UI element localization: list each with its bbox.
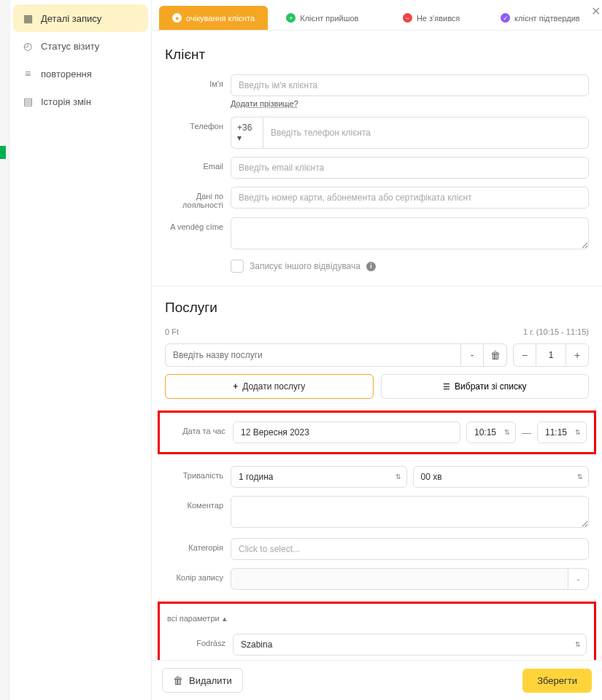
service-name-input[interactable]: [165, 343, 460, 367]
sidebar-item-repeat[interactable]: ≡ повторення: [13, 60, 148, 88]
trash-icon: 🗑: [490, 349, 501, 361]
sidebar-item-label: Історія змін: [41, 96, 91, 107]
select-list-label: Вибрати зі списку: [455, 381, 526, 392]
tab-label: Клієнт прийшов: [300, 14, 358, 23]
trash-icon: 🗑: [173, 674, 183, 686]
tab-waiting[interactable]: ● очікування клієнта: [159, 6, 268, 30]
tab-label: Не з'явився: [417, 14, 460, 23]
sidebar-item-history[interactable]: ▤ Історія змін: [13, 88, 148, 115]
address-input[interactable]: [231, 217, 589, 249]
clock-icon: ◴: [22, 40, 34, 52]
duration-hours-select[interactable]: 1 година: [231, 466, 407, 488]
tab-label: клієнт підтвердив: [514, 14, 580, 23]
close-icon[interactable]: ✕: [591, 4, 601, 18]
divider: [152, 286, 602, 287]
add-service-button[interactable]: + Додати послугу: [165, 374, 374, 399]
tab-confirmed[interactable]: ✓ клієнт підтвердив: [486, 6, 595, 30]
loyalty-label: Дані по лояльності: [165, 187, 231, 209]
tab-label: очікування клієнта: [186, 14, 255, 23]
sidebar-item-label: повторення: [41, 69, 92, 79]
phone-input[interactable]: [263, 117, 589, 149]
sidebar-item-label: Статус візиту: [41, 41, 99, 52]
check-circle-icon: ✓: [501, 13, 510, 23]
status-tabs: ● очікування клієнта + Клієнт прийшов − …: [152, 0, 602, 31]
time-from-input[interactable]: [466, 421, 516, 443]
list-icon: ☰: [443, 382, 450, 392]
duration-minutes-select[interactable]: 00 хв: [413, 466, 590, 488]
loyalty-input[interactable]: [231, 187, 589, 209]
minus-circle-icon: −: [403, 13, 412, 23]
qty-plus-button[interactable]: +: [566, 343, 589, 367]
delete-label: Видалити: [189, 675, 232, 686]
time-to-input[interactable]: [537, 421, 587, 443]
category-label: Категорія: [165, 538, 231, 552]
calendar-event-edge: [0, 146, 6, 159]
plus-icon: +: [233, 381, 238, 392]
color-clear-button[interactable]: -: [568, 568, 589, 590]
staff-label: Fodrász: [167, 634, 233, 648]
main-panel: ● очікування клієнта + Клієнт прийшов − …: [152, 0, 602, 700]
time-dash: —: [522, 427, 531, 438]
color-label: Колір запису: [165, 568, 231, 582]
color-swatch[interactable]: [231, 568, 568, 590]
service-delete-button[interactable]: 🗑: [484, 343, 507, 367]
guest-checkbox[interactable]: [231, 260, 244, 273]
name-input[interactable]: [231, 74, 589, 96]
repeat-icon: ≡: [22, 68, 34, 79]
modal-footer: 🗑 Видалити Зберегти: [152, 660, 602, 700]
services-section-title: Послуги: [165, 300, 589, 316]
email-input[interactable]: [231, 157, 589, 179]
phone-prefix-select[interactable]: +36 ▾: [231, 117, 263, 149]
form-scroll[interactable]: Клієнт Ім'я Додати прізвище? Телефон +36…: [152, 31, 602, 660]
chevron-up-icon: ▴: [223, 614, 227, 623]
service-dash-button[interactable]: -: [460, 343, 484, 367]
tab-noshow[interactable]: − Не з'явився: [377, 6, 486, 30]
comment-label: Коментар: [165, 496, 231, 510]
select-from-list-button[interactable]: ☰ Вибрати зі списку: [381, 374, 590, 399]
category-select[interactable]: [231, 538, 589, 560]
name-label: Ім'я: [165, 74, 231, 88]
price-text: 0 Ft: [165, 327, 179, 336]
email-label: Email: [165, 157, 231, 171]
datetime-label: Дата та час: [167, 421, 233, 435]
sidebar: ▦ Деталі запису ◴ Статус візиту ≡ повтор…: [10, 0, 152, 700]
delete-button[interactable]: 🗑 Видалити: [162, 668, 243, 693]
sidebar-item-details[interactable]: ▦ Деталі запису: [13, 4, 148, 32]
sidebar-item-label: Деталі запису: [41, 13, 101, 24]
duration-text: 1 г. (10:15 - 11:15): [523, 327, 589, 336]
duration-label: Тривалість: [165, 466, 231, 480]
plus-circle-icon: +: [286, 13, 296, 23]
qty-value: 1: [536, 343, 566, 367]
status-dot-icon: ●: [172, 13, 182, 23]
datetime-highlight: Дата та час —: [158, 411, 596, 454]
add-service-label: Додати послугу: [242, 381, 305, 392]
client-section-title: Клієнт: [165, 47, 589, 63]
comment-input[interactable]: [231, 496, 589, 528]
appointment-modal: ✕ ▦ Деталі запису ◴ Статус візиту ≡ повт…: [10, 0, 602, 700]
sidebar-item-status[interactable]: ◴ Статус візиту: [13, 32, 148, 60]
phone-label: Телефон: [165, 117, 231, 131]
qty-minus-button[interactable]: −: [513, 343, 536, 367]
all-params-toggle[interactable]: всі параметри ▴: [167, 614, 227, 623]
calendar-icon: ▦: [22, 12, 34, 24]
save-button[interactable]: Зберегти: [522, 669, 592, 693]
info-icon[interactable]: i: [366, 262, 376, 271]
tab-arrived[interactable]: + Клієнт прийшов: [268, 6, 377, 30]
staff-select[interactable]: Szabina: [233, 634, 587, 656]
params-highlight: всі параметри ▴ Fodrász Szabina Ресурси …: [158, 602, 596, 660]
date-input[interactable]: [233, 421, 460, 443]
params-toggle-label: всі параметри: [167, 614, 220, 623]
guest-checkbox-label: Записує іншого відвідувача: [250, 261, 360, 271]
add-surname-link[interactable]: Додати прізвище?: [231, 99, 298, 108]
document-icon: ▤: [22, 96, 34, 107]
address-label: A vendég címe: [165, 217, 231, 231]
